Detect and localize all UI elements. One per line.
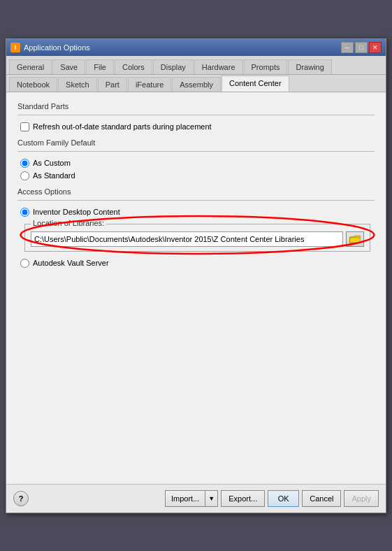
window-title: Application Options bbox=[24, 43, 90, 52]
footer: ? Import... ▼ Export... OK Cancel Apply bbox=[6, 484, 386, 513]
as-standard-radio[interactable] bbox=[20, 171, 29, 180]
location-label: Location of Libraries: bbox=[31, 219, 106, 227]
access-options-title: Access Options bbox=[17, 187, 375, 196]
vault-server-radio[interactable] bbox=[20, 259, 29, 268]
tab-prompts[interactable]: Prompts bbox=[244, 59, 288, 74]
cancel-button[interactable]: Cancel bbox=[302, 490, 341, 507]
tab-general[interactable]: General bbox=[9, 59, 52, 74]
title-bar-left: I Application Options bbox=[10, 43, 90, 52]
vault-server-row: Autodesk Vault Server bbox=[20, 259, 375, 268]
refresh-checkbox[interactable] bbox=[20, 122, 29, 131]
inventor-desktop-radio[interactable] bbox=[20, 208, 29, 217]
as-custom-row: As Custom bbox=[20, 159, 375, 168]
path-input[interactable] bbox=[31, 231, 343, 247]
import-group: Import... ▼ bbox=[165, 490, 218, 507]
apply-button[interactable]: Apply bbox=[344, 490, 379, 507]
tab-file[interactable]: File bbox=[86, 59, 114, 74]
separator-1 bbox=[17, 115, 375, 115]
location-group: Location of Libraries: bbox=[24, 224, 370, 252]
refresh-checkbox-row: Refresh out-of-date standard parts durin… bbox=[17, 122, 375, 131]
footer-right: Import... ▼ Export... OK Cancel Apply bbox=[165, 490, 379, 507]
tab-hardware[interactable]: Hardware bbox=[194, 59, 243, 74]
tab-ifeature[interactable]: iFeature bbox=[128, 77, 171, 92]
tabs-row2: Notebook Sketch Part iFeature Assembly C… bbox=[6, 75, 386, 92]
path-row bbox=[31, 231, 364, 247]
tab-sketch[interactable]: Sketch bbox=[58, 77, 97, 92]
tab-content: Standard Parts Refresh out-of-date stand… bbox=[6, 92, 386, 484]
footer-left: ? bbox=[13, 491, 29, 506]
help-button[interactable]: ? bbox=[13, 491, 29, 506]
minimize-button[interactable]: ─ bbox=[341, 42, 354, 53]
ok-button[interactable]: OK bbox=[268, 490, 299, 507]
vault-server-label: Autodesk Vault Server bbox=[33, 259, 109, 267]
tab-save[interactable]: Save bbox=[52, 59, 85, 74]
tab-assembly[interactable]: Assembly bbox=[172, 77, 221, 92]
maximize-button[interactable]: □ bbox=[355, 42, 368, 53]
access-options-group: Inventor Desktop Content Location of Lib… bbox=[17, 208, 375, 268]
inventor-desktop-row: Inventor Desktop Content bbox=[20, 208, 375, 217]
application-options-window: I Application Options ─ □ ✕ General Save… bbox=[6, 38, 386, 513]
custom-family-title: Custom Family Default bbox=[17, 138, 375, 147]
export-button[interactable]: Export... bbox=[221, 490, 265, 507]
tab-part[interactable]: Part bbox=[98, 77, 127, 92]
as-standard-label: As Standard bbox=[33, 171, 75, 180]
import-dropdown-button[interactable]: ▼ bbox=[205, 490, 218, 507]
location-section: Location of Libraries: bbox=[20, 224, 375, 252]
refresh-label: Refresh out-of-date standard parts durin… bbox=[33, 122, 212, 131]
tab-content-center[interactable]: Content Center bbox=[222, 76, 289, 92]
folder-icon bbox=[349, 234, 361, 244]
standard-parts-title: Standard Parts bbox=[17, 102, 375, 110]
svg-rect-2 bbox=[350, 238, 360, 243]
tabs-row1: General Save File Colors Display Hardwar… bbox=[6, 56, 386, 75]
custom-family-group: As Custom As Standard bbox=[17, 159, 375, 180]
title-bar: I Application Options ─ □ ✕ bbox=[6, 39, 386, 56]
tab-display[interactable]: Display bbox=[153, 59, 194, 74]
app-icon: I bbox=[10, 43, 20, 52]
title-buttons: ─ □ ✕ bbox=[341, 42, 382, 53]
as-custom-label: As Custom bbox=[33, 159, 71, 167]
separator-3 bbox=[17, 200, 375, 201]
tab-colors[interactable]: Colors bbox=[115, 59, 152, 74]
separator-2 bbox=[17, 151, 375, 152]
as-custom-radio[interactable] bbox=[20, 159, 29, 168]
tab-notebook[interactable]: Notebook bbox=[9, 77, 57, 92]
close-button[interactable]: ✕ bbox=[369, 42, 382, 53]
import-button[interactable]: Import... bbox=[165, 490, 205, 507]
tab-drawing[interactable]: Drawing bbox=[288, 59, 331, 74]
as-standard-row: As Standard bbox=[20, 171, 375, 180]
browse-button[interactable] bbox=[346, 231, 364, 247]
inventor-desktop-label: Inventor Desktop Content bbox=[33, 208, 120, 216]
